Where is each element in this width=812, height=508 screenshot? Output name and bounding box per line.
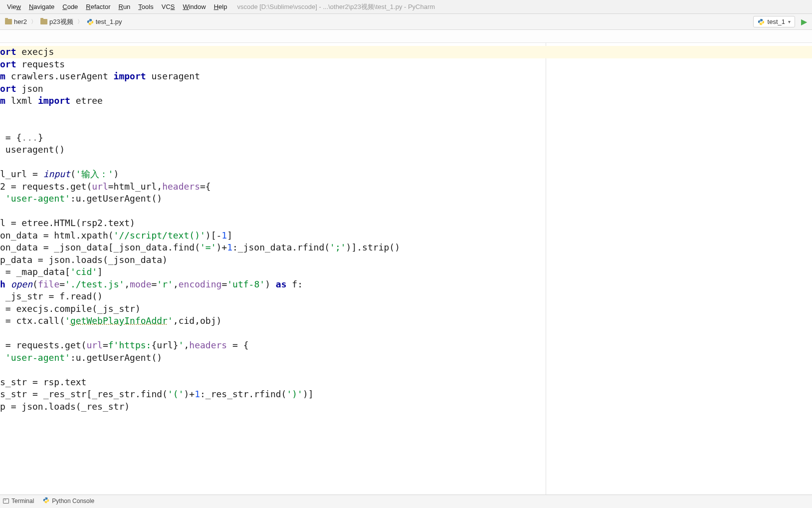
- breadcrumb-label: her2: [14, 18, 27, 25]
- menu-navigate[interactable]: Navigate: [25, 2, 58, 11]
- folder-icon: [5, 19, 12, 24]
- code-line: on_data = _json_data[_json_data.find('='…: [0, 242, 812, 254]
- code-line: = requests.get(url=f'https:{url}',header…: [0, 339, 812, 352]
- python-icon: [758, 18, 765, 25]
- python-icon: [87, 18, 94, 25]
- svg-point-4: [45, 498, 45, 498]
- run-button[interactable]: ▶: [799, 17, 809, 26]
- tool-window-bar: Terminal Python Console: [0, 495, 812, 507]
- python-icon: [43, 497, 49, 505]
- code-line: 2 = requests.get(url=html_url,headers={: [0, 181, 812, 193]
- run-config-label: test_1: [768, 18, 785, 25]
- svg-point-0: [89, 19, 89, 20]
- breadcrumb-item[interactable]: test_1.py: [85, 17, 124, 26]
- code-line: p = json.loads(_res_str): [0, 401, 812, 413]
- terminal-icon: [3, 499, 9, 504]
- chevron-down-icon: ▾: [788, 19, 791, 24]
- code-line: l_url = input('输入：'): [0, 168, 812, 181]
- menu-view[interactable]: View: [3, 2, 25, 11]
- code-line: on_data = html.xpath('//script/text()')[…: [0, 230, 812, 242]
- code-line: [0, 327, 812, 340]
- chevron-right-icon: 〉: [77, 18, 83, 25]
- code-line: [0, 107, 812, 120]
- code-line: = {...}: [0, 132, 812, 144]
- menu-bar: ViewNavigateCodeRefactorRunToolsVCSWindo…: [0, 0, 812, 14]
- breadcrumb-label: test_1.py: [96, 18, 122, 25]
- python-console-label: Python Console: [52, 498, 94, 505]
- code-line: [0, 364, 812, 376]
- code-line: [0, 205, 812, 218]
- svg-point-1: [91, 23, 91, 24]
- terminal-label: Terminal: [11, 498, 34, 505]
- code-line: = ctx.call('getWebPlayInfoAddr',cid,obj): [0, 315, 812, 327]
- code-line: [0, 156, 812, 169]
- menu-window[interactable]: Window: [179, 2, 209, 11]
- code-line: = execjs.compile(_js_str): [0, 303, 812, 315]
- code-line: p_data = json.loads(_json_data): [0, 254, 812, 266]
- menu-tools[interactable]: Tools: [134, 2, 157, 11]
- terminal-tool-button[interactable]: Terminal: [3, 498, 34, 505]
- menu-refactor[interactable]: Refactor: [82, 2, 114, 11]
- code-line: s_str = _res_str[_res_str.find('(')+1:_r…: [0, 388, 812, 401]
- code-line: s_str = rsp.text: [0, 376, 812, 389]
- code-line: m lxml import etree: [0, 95, 812, 107]
- menu-help[interactable]: Help: [210, 2, 231, 11]
- code-editor[interactable]: ort execjsort requestsm crawlers.userAge…: [0, 43, 812, 495]
- editor-tab-strip: [0, 30, 812, 43]
- folder-icon: [40, 19, 47, 24]
- menu-code[interactable]: Code: [58, 2, 82, 11]
- svg-point-3: [762, 23, 762, 24]
- navigation-bar: her2〉p23视频〉test_1.py test_1 ▾ ▶: [0, 14, 812, 30]
- toolbar-right: test_1 ▾ ▶: [753, 16, 809, 27]
- breadcrumb-item[interactable]: her2: [3, 17, 29, 26]
- editor-area: ort execjsort requestsm crawlers.userAge…: [0, 43, 812, 495]
- code-line: ort execjs: [0, 46, 812, 58]
- code-line: 'user-agent':u.getUserAgent(): [0, 193, 812, 205]
- code-line: ort json: [0, 83, 812, 95]
- code-line: _js_str = f.read(): [0, 290, 812, 303]
- python-console-tool-button[interactable]: Python Console: [43, 497, 94, 505]
- code-line: useragent(): [0, 144, 812, 156]
- window-title: vscode [D:\Sublime\vscode] - ...\other2\…: [237, 2, 435, 11]
- code-line: m crawlers.userAgent import useragent: [0, 70, 812, 83]
- menu-run[interactable]: Run: [115, 2, 135, 11]
- code-line: 'user-agent':u.getUserAgent(): [0, 352, 812, 364]
- menu-vcs[interactable]: VCS: [158, 2, 179, 11]
- breadcrumb-label: p23视频: [49, 17, 73, 26]
- svg-point-2: [760, 19, 760, 20]
- breadcrumb: her2〉p23视频〉test_1.py: [3, 16, 124, 27]
- code-line: l = etree.HTML(rsp2.text): [0, 217, 812, 230]
- code-line: ort requests: [0, 58, 812, 71]
- code-line: h open(file='./test.js',mode='r',encodin…: [0, 278, 812, 291]
- chevron-right-icon: 〉: [31, 18, 36, 25]
- svg-point-5: [47, 502, 47, 502]
- code-line: = _map_data['cid']: [0, 266, 812, 278]
- run-config-selector[interactable]: test_1 ▾: [753, 16, 795, 27]
- breadcrumb-item[interactable]: p23视频: [38, 16, 75, 27]
- code-line: [0, 119, 812, 132]
